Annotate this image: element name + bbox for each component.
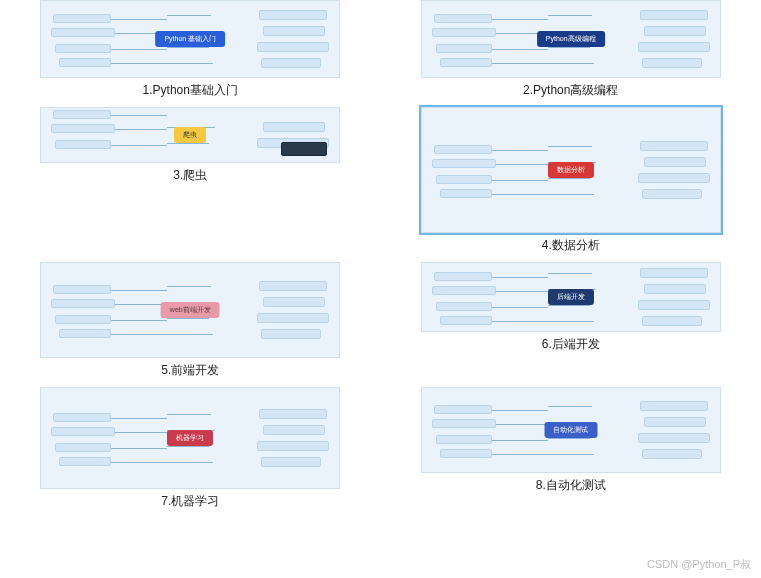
mindmap-connector	[548, 273, 592, 274]
mindmap-connector	[111, 290, 167, 291]
thumbnail-cell: 自动化测试8.自动化测试	[401, 387, 742, 510]
thumbnail-cell: 机器学习7.机器学习	[20, 387, 361, 510]
mindmap-branch	[644, 26, 706, 36]
mindmap-branch	[436, 302, 492, 311]
mindmap-branch	[263, 26, 325, 36]
mindmap-connector	[492, 180, 548, 181]
thumbnail-8[interactable]: 自动化测试	[421, 387, 721, 473]
thumbnail-cell: 数据分析4.数据分析	[401, 107, 742, 254]
mindmap-connector	[492, 19, 548, 20]
mindmap-branch	[638, 300, 710, 310]
mindmap-branch	[59, 58, 111, 67]
mindmap-connector	[492, 410, 548, 411]
mindmap-center-node: 数据分析	[548, 162, 594, 178]
mindmap-branch	[434, 405, 492, 414]
thumbnail-cell: Python高级编程2.Python高级编程	[401, 0, 742, 99]
mindmap-center-node: Python 基础入门	[155, 31, 225, 47]
thumbnail-cell: web前端开发5.前端开发	[20, 262, 361, 379]
mindmap-branch	[644, 284, 706, 294]
mindmap-branch	[55, 315, 111, 324]
mindmap-connector	[167, 462, 213, 463]
mindmap-connector	[548, 321, 594, 322]
mindmap-connector	[496, 164, 548, 165]
thumbnail-5[interactable]: web前端开发	[40, 262, 340, 358]
mindmap-connector	[111, 320, 167, 321]
mindmap-connector	[167, 63, 213, 64]
thumbnail-4[interactable]: 数据分析	[421, 107, 721, 233]
thumbnail-caption: 7.机器学习	[161, 493, 219, 510]
mindmap-branch	[261, 58, 321, 68]
mindmap-branch	[434, 145, 492, 154]
thumbnail-1[interactable]: Python 基础入门	[40, 0, 340, 78]
thumbnail-caption: 4.数据分析	[542, 237, 600, 254]
mindmap-connector	[111, 462, 167, 463]
mindmap-branch	[59, 457, 111, 466]
mindmap-connector	[111, 418, 167, 419]
mindmap-branch	[640, 401, 708, 411]
mindmap-connector	[167, 446, 209, 447]
mindmap-connector	[548, 178, 590, 179]
mindmap-branch	[644, 417, 706, 427]
thumbnail-caption: 6.后端开发	[542, 336, 600, 353]
mindmap-branch	[638, 433, 710, 443]
thumbnail-grid: Python 基础入门1.Python基础入门Python高级编程2.Pytho…	[0, 0, 761, 510]
mindmap-center-node: 机器学习	[167, 430, 213, 446]
thumbnail-7[interactable]: 机器学习	[40, 387, 340, 489]
mindmap-connector	[548, 438, 590, 439]
thumbnail-6[interactable]: 后端开发	[421, 262, 721, 332]
thumbnail-cell: 爬虫3.爬虫	[20, 107, 361, 254]
mindmap-branch	[440, 316, 492, 325]
mindmap-connector	[548, 146, 592, 147]
mindmap-connector	[167, 318, 209, 319]
mindmap-branch	[440, 449, 492, 458]
mindmap-branch	[440, 189, 492, 198]
mindmap-branch	[436, 44, 492, 53]
thumbnail-2[interactable]: Python高级编程	[421, 0, 721, 78]
mindmap-branch	[436, 435, 492, 444]
mindmap-branch	[642, 449, 702, 459]
mindmap-connector	[548, 47, 590, 48]
mindmap-connector	[115, 129, 167, 130]
mindmap-connector	[496, 424, 548, 425]
mindmap-branch	[53, 14, 111, 23]
mindmap-connector	[492, 49, 548, 50]
thumbnail-caption: 1.Python基础入门	[143, 82, 238, 99]
mindmap-branch	[638, 42, 710, 52]
mindmap-branch	[642, 316, 702, 326]
mindmap-branch	[263, 122, 325, 132]
mindmap-connector	[548, 15, 592, 16]
mindmap-branch	[257, 313, 329, 323]
mindmap-branch	[59, 329, 111, 338]
mindmap-branch	[644, 157, 706, 167]
mindmap-branch	[53, 413, 111, 422]
mindmap-branch	[432, 286, 496, 295]
mindmap-branch	[51, 299, 115, 308]
mindmap-connector	[115, 432, 167, 433]
mindmap-connector	[492, 440, 548, 441]
mindmap-center-node: 爬虫	[174, 127, 206, 143]
mindmap-center-node: Python高级编程	[537, 31, 605, 47]
mindmap-branch	[257, 441, 329, 451]
mindmap-connector	[111, 448, 167, 449]
mindmap-connector	[111, 115, 167, 116]
mindmap-connector	[111, 334, 167, 335]
mindmap-connector	[492, 150, 548, 151]
mindmap-connector	[492, 454, 548, 455]
mindmap-connector	[492, 63, 548, 64]
thumbnail-3[interactable]: 爬虫	[40, 107, 340, 163]
mindmap-branch	[432, 159, 496, 168]
thumbnail-cell: 后端开发6.后端开发	[401, 262, 742, 379]
mindmap-branch	[434, 272, 492, 281]
mindmap-connector	[167, 286, 211, 287]
mindmap-branch	[55, 44, 111, 53]
mindmap-branch	[642, 189, 702, 199]
mindmap-branch	[51, 124, 115, 133]
mindmap-connector	[492, 307, 548, 308]
mindmap-branch	[263, 425, 325, 435]
mindmap-branch	[53, 110, 111, 119]
thumbnail-caption: 5.前端开发	[161, 362, 219, 379]
mindmap-branch	[432, 419, 496, 428]
mindmap-connector	[111, 19, 167, 20]
mindmap-connector	[167, 47, 209, 48]
mindmap-branch	[261, 457, 321, 467]
